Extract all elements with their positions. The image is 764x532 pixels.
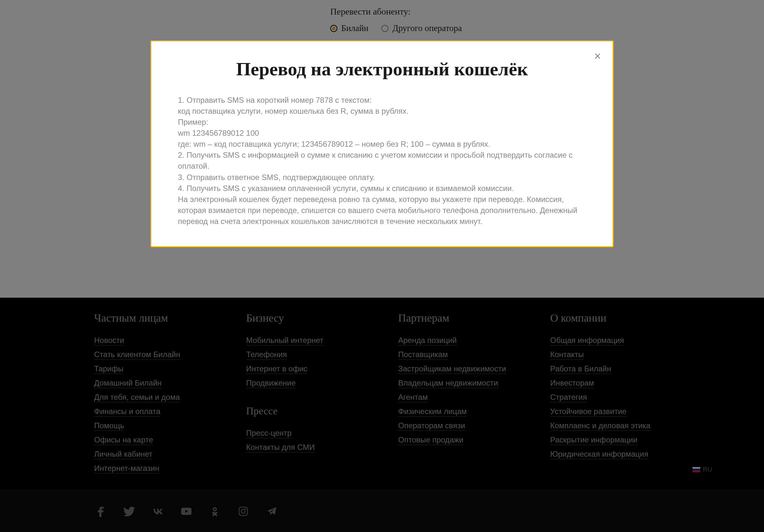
modal-line: На электронный кошелек будет переведена … bbox=[178, 194, 586, 227]
close-icon[interactable]: × bbox=[594, 51, 601, 62]
modal-line: 3. Отправить ответное SMS, подтверждающе… bbox=[178, 172, 586, 183]
modal-title: Перевод на электронный кошелёк bbox=[178, 58, 586, 80]
modal-line: 4. Получить SMS с указанием оплаченной у… bbox=[178, 183, 586, 194]
modal-line: 2. Получить SMS с информацией о сумме к … bbox=[178, 150, 586, 172]
modal-line: wm 123456789012 100 bbox=[178, 128, 586, 139]
modal-body: 1. Отправить SMS на короткий номер 7878 … bbox=[178, 95, 586, 227]
ewallet-transfer-modal: × Перевод на электронный кошелёк 1. Отпр… bbox=[150, 41, 614, 247]
modal-line: 1. Отправить SMS на короткий номер 7878 … bbox=[178, 95, 586, 106]
modal-line: код поставщика услуги, номер кошелька бе… bbox=[178, 106, 586, 117]
modal-line: где: wm – код поставщика услуги; 1234567… bbox=[178, 139, 586, 150]
modal-line: Пример: bbox=[178, 117, 586, 128]
